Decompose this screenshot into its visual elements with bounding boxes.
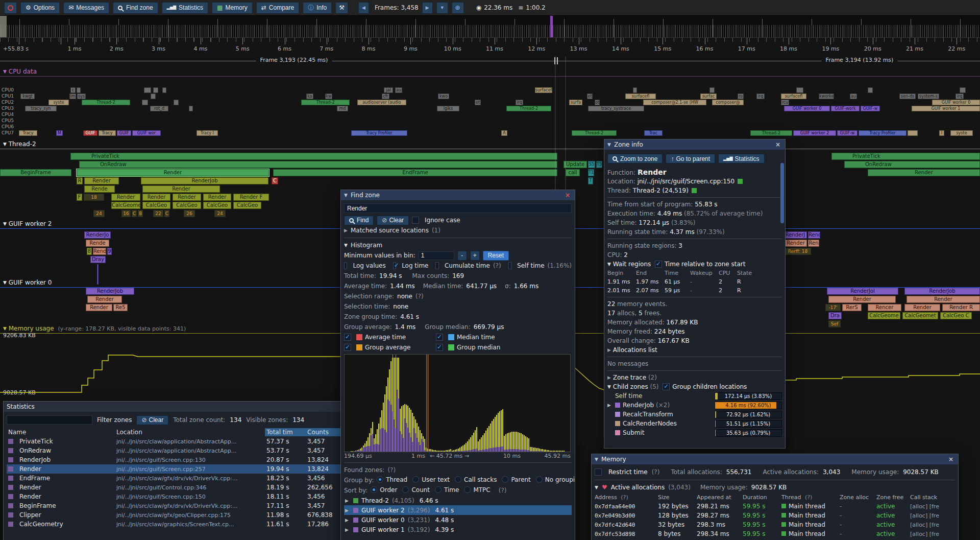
allocation-call-stack[interactable]: [alloc] [fre — [910, 531, 956, 537]
timeline-zone[interactable]: EndFrame — [273, 169, 557, 176]
search-input[interactable] — [344, 203, 572, 213]
timeline-zone[interactable]: C — [164, 210, 169, 217]
close-icon[interactable]: × — [774, 141, 782, 148]
cpu-zone[interactable]: Thread-2 — [572, 130, 617, 136]
prev-frame-button[interactable]: ◀ — [358, 2, 369, 14]
cpu-zone[interactable]: et — [475, 100, 481, 105]
frames-minimap[interactable] — [0, 16, 980, 38]
cpu-zone[interactable]: sys — [77, 93, 86, 99]
timeline-zone[interactable]: Render — [111, 194, 140, 201]
statistics-table-header[interactable]: Name Location Total tim Counts MTPC — [7, 428, 379, 437]
timeline-zone[interactable]: CalcGeome — [868, 312, 900, 319]
log-values-checkbox[interactable] — [344, 262, 347, 269]
collapse-icon[interactable]: ▼ — [607, 142, 611, 147]
timeline-zone[interactable]: CalcGeome — [111, 202, 140, 209]
allocation-thread[interactable]: Main thread — [781, 530, 840, 537]
column-location[interactable]: Location — [115, 429, 265, 436]
timeline-zone[interactable]: Render — [906, 296, 980, 303]
scrollbar[interactable] — [780, 163, 784, 223]
statistics-row[interactable]: OnRedraw jni/../jni/src/claw/application… — [7, 446, 379, 455]
statistics-button[interactable]: ▂▅▇Statistics — [718, 154, 764, 163]
cpu-zone[interactable]: GUIF-w — [861, 106, 880, 111]
statistics-row[interactable]: Clipper jni/../jni/src/claw/gfx/geo/Clip… — [7, 510, 379, 520]
frame-label[interactable]: Frame 3,194 (13.92 ms) — [822, 57, 898, 63]
cpu-zone[interactable]: Thread-2 — [506, 106, 551, 111]
matched-source-locations[interactable]: ▶ Matched source locations(1) — [344, 225, 572, 236]
cpu-zone[interactable]: jal — [384, 87, 393, 93]
timeline-zone[interactable]: T5 — [596, 161, 602, 168]
cpu-zone[interactable]: audioserver (audio — [357, 100, 406, 105]
cpu-zone[interactable]: M — [56, 130, 63, 136]
messages-button[interactable]: ✉Messages — [63, 2, 109, 14]
cpu-zone[interactable] — [151, 93, 156, 99]
legend-item[interactable]: Median time — [436, 332, 528, 342]
cpu-zone[interactable]: ot — [595, 100, 600, 105]
cpu-zone[interactable]: rcu — [781, 100, 789, 105]
timeline-zone[interactable]: Render — [173, 194, 201, 201]
timeline-zone[interactable]: CalcGeo — [173, 202, 201, 209]
timeline-zone[interactable]: Render — [77, 169, 269, 176]
timeline-zone[interactable]: Rend — [808, 231, 820, 239]
cpu-zone[interactable]: ka — [306, 93, 313, 99]
timeline-zone[interactable]: Render — [86, 304, 112, 311]
timeline-zone[interactable]: Update — [564, 161, 587, 168]
cpu-zone[interactable] — [189, 106, 193, 111]
statistics-row[interactable]: Render jni/../jni/src/guif/Screen.cpp:25… — [7, 464, 379, 474]
timeline-zone[interactable]: BeginFrame — [0, 169, 71, 176]
ignore-case-checkbox[interactable] — [412, 217, 419, 224]
timeline-zone[interactable]: Dray — [90, 256, 106, 263]
timeline-zone[interactable]: 9 — [107, 248, 112, 255]
frame-label[interactable]: Frame 3,193 (22.45 ms) — [256, 57, 332, 63]
timeline-zone[interactable]: Render — [785, 240, 807, 247]
cpu-zone[interactable] — [77, 87, 81, 93]
legend-item[interactable]: Group median — [436, 342, 528, 353]
find-button[interactable]: Find — [344, 216, 374, 225]
wait-regions-header[interactable]: ▼ Wait regions Time relative to zone sta… — [607, 260, 782, 269]
allocation-thread[interactable]: Main thread — [781, 512, 840, 519]
child-zone-row[interactable]: ▶ RenderJob (×2) 4.16 ms (92.60%) — [607, 401, 782, 410]
legend-checkbox[interactable] — [344, 344, 351, 351]
cpu-zone[interactable]: irq — [756, 93, 765, 99]
expand-icon[interactable]: ▶ — [607, 403, 612, 408]
timeline-zone[interactable]: S5 — [588, 161, 595, 168]
allocation-row[interactable]: 0x7dfc53d898 8 bytes 298.34 ms 59.95 s M… — [595, 529, 955, 538]
cpu-zone[interactable]: GUIF — [117, 130, 131, 136]
min-bin-decrease-button[interactable]: - — [457, 251, 467, 261]
group-by-option[interactable]: User text — [412, 476, 450, 483]
timeline-zone[interactable]: Render — [87, 296, 122, 303]
cpu-zone[interactable]: GUIF worker 0 — [932, 100, 980, 105]
cpu-data-header[interactable]: ▼ CPU data — [0, 68, 980, 77]
memory-button[interactable]: ▦Memory — [212, 2, 253, 14]
timeline-zone[interactable]: C — [272, 177, 278, 184]
legend-item[interactable]: Group average — [344, 342, 436, 353]
expand-icon[interactable]: ▶ — [607, 347, 611, 353]
timeline-zone[interactable]: Rende — [86, 240, 109, 247]
statistics-row[interactable]: PrivateTick jni/../jni/src/claw/applicat… — [7, 437, 379, 446]
cpu-zone[interactable]: surfac — [700, 93, 717, 99]
cpu-zone[interactable]: surfacef — [535, 87, 552, 93]
cpu-zone[interactable] — [633, 87, 637, 93]
cpu-zone[interactable]: Tracy Profiler — [351, 130, 407, 136]
cpu-zone[interactable]: GUIF — [83, 130, 97, 136]
cpu-zone[interactable]: irq — [516, 100, 523, 105]
cpu-zone[interactable]: kworke — [819, 93, 834, 99]
radio-icon[interactable] — [412, 476, 419, 483]
expand-icon[interactable]: ▶ — [345, 498, 350, 503]
cpu-zone[interactable]: syste — [950, 130, 973, 136]
cpu-zone[interactable]: lgiks — [437, 106, 459, 111]
timeline-zone[interactable]: RenderJob — [86, 288, 134, 295]
timeline-zone[interactable]: Render — [868, 169, 980, 176]
collapse-icon[interactable]: ▼ — [607, 262, 611, 267]
cpu-zone[interactable]: kwgt — [20, 93, 35, 99]
cpu-zone[interactable]: tracy_systrace — [588, 106, 644, 111]
timeline-zone[interactable]: 8 — [138, 210, 143, 217]
close-icon[interactable]: × — [947, 456, 955, 463]
self-time-checkbox[interactable] — [508, 262, 511, 269]
memory-titlebar[interactable]: ▼ Memory × — [592, 454, 958, 464]
compare-button[interactable]: ⇄Compare — [256, 2, 299, 14]
statistics-titlebar[interactable]: Statistics × — [4, 402, 382, 412]
group-by-option[interactable]: Call stacks — [455, 476, 497, 483]
timeline-zone[interactable]: RerS — [842, 304, 862, 311]
collapse-icon[interactable]: ▼ — [344, 193, 348, 198]
statistics-row[interactable]: BeginFrame jni/../jni/src/claw/gfx/drv/v… — [7, 501, 379, 510]
